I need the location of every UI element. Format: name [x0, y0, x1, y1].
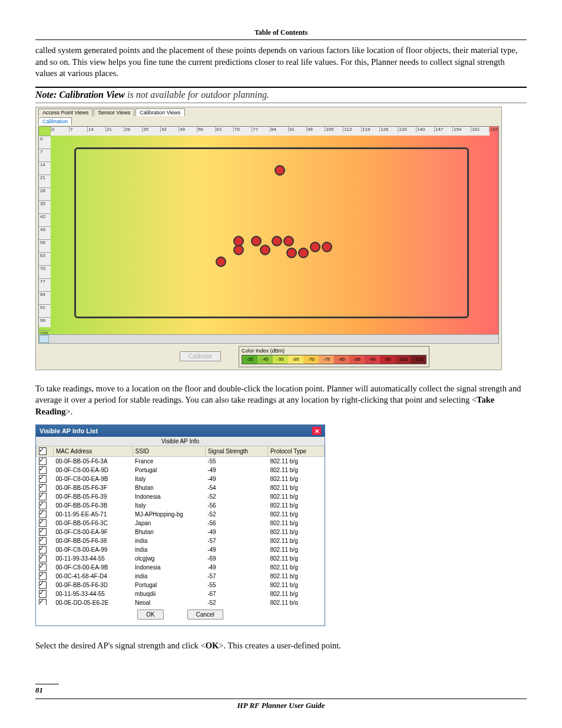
row-checkbox[interactable]	[39, 572, 47, 580]
cell-mac: 00-0C-41-68-4F-D4	[54, 572, 133, 581]
row-checkbox[interactable]	[39, 528, 47, 536]
cell-mac: 00-0F-BB-05-F6-39	[54, 492, 133, 501]
row-checkbox[interactable]	[39, 564, 47, 571]
row-checkbox[interactable]	[39, 475, 47, 483]
ok-button[interactable]: OK	[137, 610, 163, 620]
row-checkbox[interactable]	[39, 590, 47, 598]
subtab-calibration[interactable]: Calibration	[38, 117, 72, 125]
col-signal[interactable]: Signal Strength	[205, 446, 267, 457]
row-checkbox[interactable]	[39, 457, 47, 465]
floor-plan-canvas[interactable]: 0714212835424956637077849198105112119126…	[38, 126, 499, 337]
ap-marker[interactable]	[275, 165, 285, 176]
cell-protocol: 802.11 b/g	[267, 598, 324, 605]
ap-marker[interactable]	[260, 245, 270, 255]
cell-signal: -54	[205, 483, 267, 492]
row-checkbox[interactable]	[39, 510, 47, 518]
cell-ssid: Portugal	[133, 581, 205, 589]
row-checkbox[interactable]	[39, 599, 47, 605]
ruler-v-tick: 77	[39, 278, 51, 291]
cell-signal: -49	[205, 475, 267, 483]
ruler-v-tick: 98	[39, 317, 51, 330]
close-icon[interactable]: ✕	[312, 427, 321, 435]
row-checkbox[interactable]	[39, 484, 47, 492]
col-protocol[interactable]: Protocol Type	[267, 446, 324, 457]
table-row[interactable]: 00-0F-BB-05-F6-3AFrance-55802.11 b/g	[37, 457, 325, 466]
cell-protocol: 802.11 b/g	[267, 501, 324, 510]
table-row[interactable]: 00-0F-C8-00-EA-9DPortugal-49802.11 b/g	[37, 466, 325, 475]
ruler-h-tick: 154	[452, 127, 471, 132]
row-checkbox[interactable]	[39, 581, 47, 589]
table-row[interactable]: 00-0F-C8-00-EA-9FBhutan-49802.11 b/g	[37, 528, 325, 536]
ap-marker[interactable]	[298, 248, 309, 258]
select-all-checkbox[interactable]	[39, 447, 47, 455]
table-row[interactable]: 00-11-95-EE-A5-71MJ-APHopping-bg-52802.1…	[37, 510, 325, 519]
cell-signal: -52	[205, 492, 267, 501]
cell-signal: -52	[205, 598, 267, 605]
table-row[interactable]: 00-0C-41-68-4F-D4india-57802.11 b/g	[37, 572, 325, 581]
table-row[interactable]: 00-0F-C8-00-EA-9BIndonesia-49802.11 b/g	[37, 563, 325, 572]
tab-sensor-views[interactable]: Sensor Views	[94, 108, 134, 116]
calibration-view-screenshot: Access Point Views Sensor Views Calibrat…	[35, 107, 502, 370]
tab-ap-views[interactable]: Access Point Views	[38, 108, 92, 116]
cell-mac: 00-0F-BB-05-F6-3B	[54, 501, 133, 510]
table-row[interactable]: 00-0F-C8-00-EA-9BItaly-49802.11 b/g	[37, 475, 325, 483]
note-calibration: Note: Calibration View is not available …	[35, 87, 527, 103]
row-checkbox[interactable]	[39, 546, 47, 554]
legend-title: Color Index (dBm)	[242, 348, 427, 354]
note-bold: Note: Calibration View	[35, 90, 125, 100]
row-checkbox[interactable]	[39, 502, 47, 509]
cell-ssid: Indonesia	[133, 563, 205, 572]
table-row[interactable]: 00-11-99-33-44-55olcgjwg-69802.11 b/g	[37, 554, 325, 563]
cell-protocol: 802.11 b/g	[267, 510, 324, 519]
row-checkbox[interactable]	[39, 466, 47, 474]
row-checkbox[interactable]	[39, 493, 47, 500]
cell-protocol: 802.11 b/g	[267, 572, 324, 581]
cell-ssid: MJ-APHopping-bg	[133, 510, 205, 519]
cell-mac: 00-0F-C8-00-EA-9B	[54, 475, 133, 483]
ap-marker[interactable]	[286, 248, 297, 258]
ap-marker[interactable]	[272, 236, 282, 246]
legend-cell: -95	[380, 355, 395, 364]
table-row[interactable]: 00-0F-BB-05-F6-3DPortugal-55802.11 b/g	[37, 581, 325, 589]
cell-protocol: 802.11 b/g	[267, 519, 324, 528]
table-row[interactable]: 00-0F-BB-05-F6-3BItaly-56802.11 b/g	[37, 501, 325, 510]
ap-marker[interactable]	[251, 236, 262, 246]
cell-ssid: olcgjwg	[133, 554, 205, 563]
table-row[interactable]: 00-0F-BB-05-F6-38india-57802.11 b/g	[37, 536, 325, 545]
cell-signal: -55	[205, 581, 267, 589]
table-row[interactable]: 00-0F-BB-05-F6-3CJapan-56802.11 b/g	[37, 519, 325, 528]
row-checkbox[interactable]	[39, 555, 47, 562]
table-row[interactable]: 00-0E-DD-05-E6-2ENepal-52802.11 b/g	[37, 598, 325, 605]
table-row[interactable]: 00-11-95-33-44-55mbuqdii-67802.11 b/g	[37, 589, 325, 598]
cancel-button[interactable]: Cancel	[187, 610, 223, 620]
cell-protocol: 802.11 b/g	[267, 492, 324, 501]
para2-text-c: >.	[66, 407, 73, 416]
ruler-h-tick: 70	[233, 127, 252, 132]
cell-signal: -49	[205, 563, 267, 572]
ruler-h-tick: 49	[178, 127, 197, 132]
row-checkbox[interactable]	[39, 519, 47, 527]
cell-signal: -49	[205, 528, 267, 536]
cell-mac: 00-11-99-33-44-55	[54, 554, 133, 563]
col-mac[interactable]: MAC Address	[54, 446, 133, 457]
ruler-v-tick: 35	[39, 200, 51, 213]
cell-protocol: 802.11 b/g	[267, 536, 324, 545]
ap-marker[interactable]	[283, 236, 294, 246]
cell-mac: 00-0F-BB-05-F6-3F	[54, 483, 133, 492]
ap-marker[interactable]	[310, 242, 320, 252]
footer-title: HP RF Planner User Guide	[35, 699, 527, 710]
ap-marker[interactable]	[322, 242, 332, 252]
table-row[interactable]: 00-0F-BB-05-F6-39Indonesia-52802.11 b/g	[37, 492, 325, 501]
tab-calibration-views[interactable]: Calibration Views	[135, 108, 184, 116]
ap-marker[interactable]	[233, 236, 244, 246]
ap-marker[interactable]	[216, 256, 226, 267]
table-row[interactable]: 00-0F-C8-00-EA-99india-49802.11 b/g	[37, 545, 325, 554]
ap-list-scroll[interactable]: MAC Address SSID Signal Strength Protoco…	[36, 446, 325, 605]
ruler-v-tick: 63	[39, 252, 51, 265]
calibrate-button[interactable]: Calibrate	[180, 351, 221, 361]
horizontal-scrollbar[interactable]	[38, 334, 499, 344]
table-row[interactable]: 00-0F-BB-05-F6-3FBhutan-54802.11 b/g	[37, 483, 325, 492]
row-checkbox[interactable]	[39, 537, 47, 545]
col-ssid[interactable]: SSID	[133, 446, 205, 457]
cell-signal: -57	[205, 536, 267, 545]
